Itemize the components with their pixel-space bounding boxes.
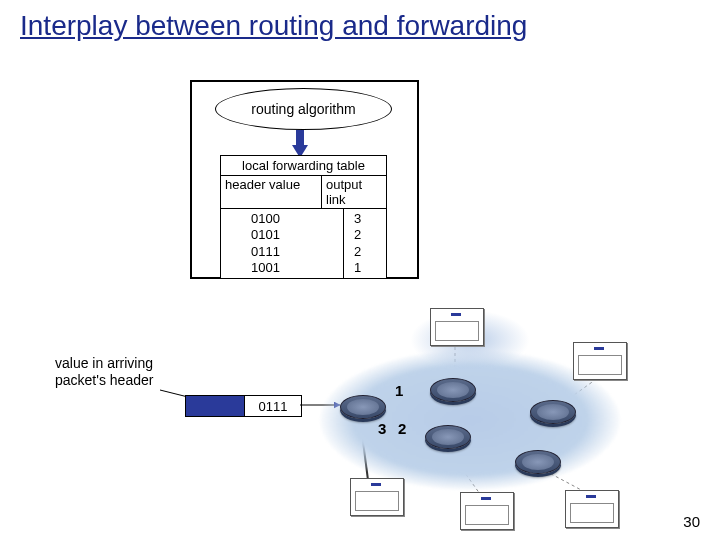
table-row: 2 [354,227,386,243]
packet-header-value: 0111 [245,396,301,416]
mini-forwarding-table-icon [430,308,484,346]
slide-number: 30 [683,513,700,530]
col-output-link: output link [322,176,386,208]
table-row: 0100 [251,211,343,227]
port-label-1: 1 [395,382,403,399]
router-icon [530,400,576,424]
svg-line-0 [160,390,188,397]
routing-algorithm-oval: routing algorithm [215,88,392,130]
forwarding-table-body: 0100 0101 0111 1001 3 2 2 1 [221,208,386,278]
header-values-column: 0100 0101 0111 1001 [221,209,344,278]
table-row: 2 [354,244,386,260]
forwarding-table-title: local forwarding table [221,156,386,175]
port-label-2: 2 [398,420,406,437]
table-row: 0101 [251,227,343,243]
packet-icon: 0111 [185,395,302,417]
table-row: 0111 [251,244,343,260]
router-icon [515,450,561,474]
mini-forwarding-table-icon [350,478,404,516]
table-row: 3 [354,211,386,227]
forwarding-table-header-row: header value output link [221,175,386,208]
router-icon [340,395,386,419]
forwarding-table: local forwarding table header value outp… [220,155,387,279]
table-row: 1 [354,260,386,276]
arriving-packet-label: value in arriving packet's header [55,355,153,389]
router-icon [430,378,476,402]
slide-title: Interplay between routing and forwarding [20,10,527,42]
router-icon [425,425,471,449]
output-links-column: 3 2 2 1 [344,209,386,278]
mini-forwarding-table-icon [565,490,619,528]
mini-forwarding-table-icon [460,492,514,530]
routing-algorithm-label: routing algorithm [251,101,355,117]
mini-forwarding-table-icon [573,342,627,380]
col-header-value: header value [221,176,322,208]
packet-header-box [186,396,245,416]
port-label-3: 3 [378,420,386,437]
table-row: 1001 [251,260,343,276]
arriving-line-1: value in arriving [55,355,153,372]
arriving-line-2: packet's header [55,372,153,389]
